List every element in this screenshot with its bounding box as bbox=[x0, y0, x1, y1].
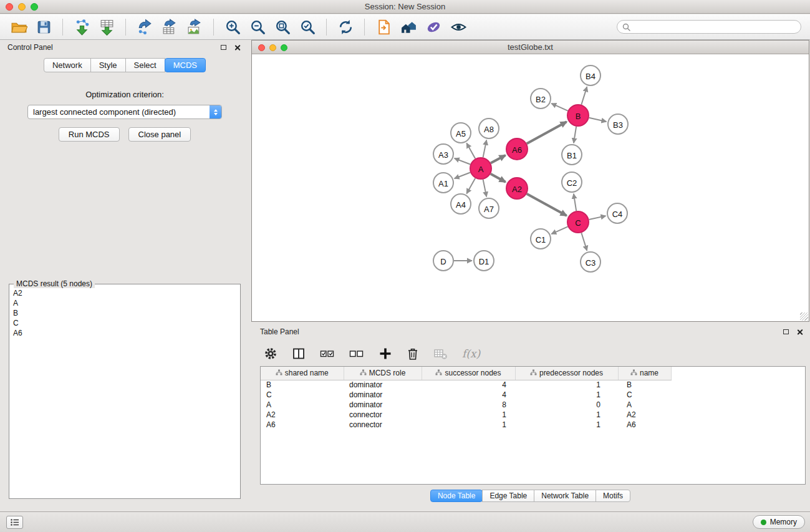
add-row-button[interactable] bbox=[378, 347, 392, 360]
select-all-button[interactable] bbox=[320, 347, 335, 360]
zoom-out-button[interactable] bbox=[246, 16, 269, 37]
style-check-button[interactable] bbox=[422, 16, 445, 37]
eye-button[interactable] bbox=[447, 16, 470, 37]
tab-motifs[interactable]: Motifs bbox=[595, 490, 630, 502]
export-image-button[interactable] bbox=[183, 16, 206, 37]
table-cell[interactable]: A6 bbox=[618, 420, 671, 430]
table-cell[interactable]: 1 bbox=[515, 380, 618, 390]
table-cell[interactable]: A bbox=[261, 400, 344, 410]
tab-network[interactable]: Network bbox=[44, 58, 91, 72]
table-row[interactable]: Adominator80A bbox=[261, 400, 671, 410]
criterion-dropdown[interactable]: largest connected component (directed) bbox=[27, 105, 222, 119]
node-A2[interactable]: A2 bbox=[506, 178, 528, 199]
network-minimize-button[interactable] bbox=[269, 44, 276, 51]
network-canvas[interactable]: AA1A2A3A4A5A6A7A8BB1B2B3B4CC1C2C3C4DD1 bbox=[252, 54, 809, 321]
close-panel-button[interactable]: Close panel bbox=[128, 127, 191, 142]
node-B1[interactable]: B1 bbox=[562, 145, 582, 165]
edge-C-C4[interactable] bbox=[589, 216, 606, 220]
edge-B-B2[interactable] bbox=[551, 104, 567, 111]
table-cell[interactable]: 4 bbox=[422, 390, 515, 400]
node-D1[interactable]: D1 bbox=[474, 251, 494, 271]
node-A6[interactable]: A6 bbox=[506, 138, 528, 160]
table-cell[interactable]: A bbox=[618, 400, 671, 410]
node-B4[interactable]: B4 bbox=[581, 65, 600, 85]
edge-B-B1[interactable] bbox=[574, 127, 576, 143]
float-table-panel-icon[interactable] bbox=[783, 329, 789, 334]
column-manager-button[interactable] bbox=[292, 347, 306, 360]
table-cell[interactable]: A6 bbox=[261, 420, 344, 430]
node-D[interactable]: D bbox=[433, 251, 453, 271]
column-header-name[interactable]: name bbox=[618, 367, 671, 380]
table-cell[interactable]: 1 bbox=[422, 410, 515, 420]
import-table-button[interactable] bbox=[95, 16, 118, 37]
save-session-button[interactable] bbox=[32, 16, 55, 37]
edge-A-A5[interactable] bbox=[466, 143, 475, 159]
column-header-successor-nodes[interactable]: successor nodes bbox=[422, 367, 515, 380]
node-A1[interactable]: A1 bbox=[433, 173, 453, 193]
edge-A-A7[interactable] bbox=[483, 180, 487, 197]
search-box[interactable] bbox=[617, 20, 801, 34]
minimize-window-button[interactable] bbox=[18, 3, 26, 11]
table-cell[interactable]: A2 bbox=[618, 410, 671, 420]
apply-layout-button[interactable] bbox=[334, 16, 357, 37]
edge-A-A4[interactable] bbox=[466, 178, 475, 194]
table-cell[interactable]: 8 bbox=[422, 400, 515, 410]
delete-table-button[interactable] bbox=[433, 347, 448, 360]
open-session-button[interactable] bbox=[7, 16, 30, 37]
float-panel-icon[interactable] bbox=[221, 45, 226, 50]
node-C1[interactable]: C1 bbox=[531, 229, 551, 249]
node-A8[interactable]: A8 bbox=[479, 118, 499, 138]
column-header-predecessor-nodes[interactable]: predecessor nodes bbox=[515, 367, 618, 380]
node-C4[interactable]: C4 bbox=[607, 203, 627, 223]
table-cell[interactable]: 0 bbox=[515, 400, 618, 410]
node-B[interactable]: B bbox=[567, 105, 589, 126]
edge-A2-C[interactable] bbox=[527, 194, 567, 216]
table-cell[interactable]: C bbox=[261, 390, 344, 400]
open-file-button[interactable] bbox=[372, 16, 395, 37]
overview-home-button[interactable] bbox=[397, 16, 420, 37]
delete-row-button[interactable] bbox=[407, 347, 419, 360]
table-row[interactable]: A6connector11A6 bbox=[261, 420, 671, 430]
close-panel-icon[interactable] bbox=[234, 44, 241, 51]
edge-C-C3[interactable] bbox=[581, 233, 587, 251]
function-builder-button[interactable]: f(x) bbox=[462, 347, 480, 360]
node-A5[interactable]: A5 bbox=[451, 123, 471, 143]
edge-A-A1[interactable] bbox=[455, 172, 470, 178]
table-cell[interactable]: 1 bbox=[515, 410, 618, 420]
table-cell[interactable]: 1 bbox=[515, 390, 618, 400]
table-cell[interactable]: dominator bbox=[344, 380, 422, 390]
tab-network-table[interactable]: Network Table bbox=[534, 490, 596, 502]
task-history-button[interactable] bbox=[6, 516, 23, 529]
export-network-button[interactable] bbox=[133, 16, 156, 37]
node-A4[interactable]: A4 bbox=[451, 194, 471, 214]
node-C3[interactable]: C3 bbox=[581, 252, 600, 272]
table-cell[interactable]: B bbox=[618, 380, 671, 390]
edge-A-A2[interactable] bbox=[491, 174, 506, 182]
close-window-button[interactable] bbox=[6, 3, 13, 11]
node-C2[interactable]: C2 bbox=[562, 172, 582, 192]
memory-button[interactable]: Memory bbox=[753, 515, 805, 529]
network-zoom-button[interactable] bbox=[281, 44, 287, 51]
column-header-shared-name[interactable]: shared name bbox=[261, 367, 344, 380]
table-cell[interactable]: dominator bbox=[344, 400, 422, 410]
import-network-button[interactable] bbox=[70, 16, 93, 37]
edge-A-A6[interactable] bbox=[491, 155, 506, 163]
table-cell[interactable]: 4 bbox=[422, 380, 515, 390]
edge-A-A8[interactable] bbox=[483, 140, 487, 158]
tab-select[interactable]: Select bbox=[125, 58, 165, 72]
edge-A-A3[interactable] bbox=[455, 158, 470, 165]
edge-B-B3[interactable] bbox=[589, 118, 607, 122]
table-cell[interactable]: connector bbox=[344, 410, 422, 420]
network-close-button[interactable] bbox=[258, 44, 265, 51]
settings-gear-button[interactable] bbox=[264, 347, 277, 360]
close-table-panel-icon[interactable] bbox=[796, 329, 803, 336]
node-B3[interactable]: B3 bbox=[608, 114, 628, 134]
zoom-in-button[interactable] bbox=[221, 16, 244, 37]
table-cell[interactable]: connector bbox=[344, 420, 422, 430]
table-cell[interactable]: 1 bbox=[515, 420, 618, 430]
table-row[interactable]: Bdominator41B bbox=[261, 380, 671, 390]
tab-edge-table[interactable]: Edge Table bbox=[482, 490, 534, 502]
table-cell[interactable]: 1 bbox=[422, 420, 515, 430]
deselect-all-button[interactable] bbox=[349, 347, 364, 360]
export-table-button[interactable] bbox=[158, 16, 181, 37]
